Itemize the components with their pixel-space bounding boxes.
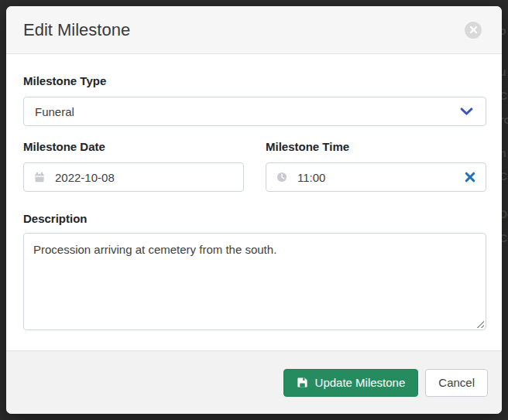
milestone-date-input[interactable] (24, 163, 243, 191)
modal-body: Milestone Type Funeral Milestone Date (6, 54, 502, 350)
milestone-time-label: Milestone Time (266, 140, 486, 153)
chevron-down-icon (460, 108, 473, 116)
modal-footer: Update Milestone Cancel (6, 350, 502, 414)
edit-milestone-modal: Edit Milestone Milestone Type Funeral Mi… (6, 6, 502, 414)
description-textarea[interactable]: Procession arriving at cemetery from the… (23, 233, 486, 330)
milestone-date-field: Milestone Date (23, 140, 244, 192)
description-textarea-wrap: Procession arriving at cemetery from the… (23, 233, 486, 330)
clear-time-icon[interactable] (465, 172, 475, 183)
close-button[interactable] (465, 22, 482, 39)
save-icon (297, 377, 308, 388)
close-icon (469, 26, 478, 34)
milestone-time-input[interactable] (266, 163, 486, 191)
milestone-type-label: Milestone Type (23, 74, 486, 87)
modal-title: Edit Milestone (23, 20, 130, 40)
milestone-date-input-wrap (23, 162, 244, 192)
update-milestone-button[interactable]: Update Milestone (283, 369, 419, 397)
description-label: Description (23, 212, 486, 225)
update-milestone-label: Update Milestone (315, 376, 406, 389)
milestone-time-field: Milestone Time (266, 140, 486, 192)
milestone-type-select[interactable]: Funeral (23, 97, 486, 126)
modal-header: Edit Milestone (6, 6, 502, 54)
milestone-type-value: Funeral (35, 105, 74, 118)
cancel-button[interactable]: Cancel (425, 369, 488, 397)
cancel-label: Cancel (438, 376, 475, 389)
milestone-time-input-wrap (266, 162, 486, 192)
date-time-row: Milestone Date Milestone Time (23, 140, 486, 192)
milestone-date-label: Milestone Date (23, 140, 244, 153)
